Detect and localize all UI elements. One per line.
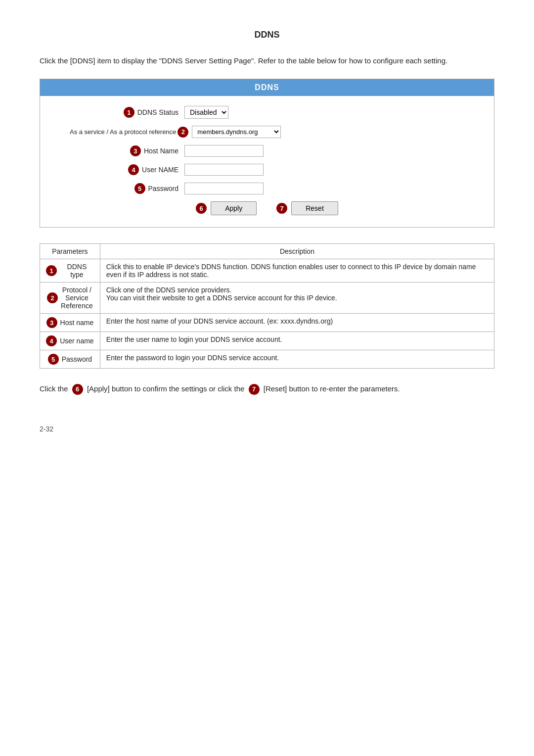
ddns-service-select-wrap: members.dyndns.org: [192, 126, 281, 138]
params-table: Parameters Description 1DDNS typeClick t…: [40, 243, 494, 369]
ddns-password-label-wrap: 5 Password: [70, 183, 178, 194]
table-desc-cell: Enter the host name of your DDNS service…: [100, 314, 494, 332]
page-title: DDNS: [40, 30, 494, 40]
table-desc-cell: Enter the password to login your DDNS se…: [100, 350, 494, 369]
col-desc-header: Description: [100, 244, 494, 259]
ddns-hostname-label-wrap: 3 Host Name: [70, 145, 178, 156]
footer-text: Click the 6 [Apply] button to confirm th…: [40, 382, 494, 395]
badge-6: 6: [196, 203, 207, 214]
table-badge: 4: [46, 335, 57, 346]
ddns-status-label-wrap: 1 DDNS Status: [70, 107, 178, 118]
ddns-panel-body: 1 DDNS Status Disabled Enabled As a serv…: [40, 96, 494, 227]
ddns-status-select[interactable]: Disabled Enabled: [184, 106, 228, 119]
param-name-wrap: 3Host name: [46, 317, 94, 328]
ddns-service-label: As a service / As a protocol reference: [70, 128, 176, 136]
reset-btn-wrap: 7 Reset: [276, 201, 338, 215]
ddns-hostname-input[interactable]: [184, 145, 264, 157]
param-name-wrap: 4User name: [46, 335, 94, 346]
ddns-username-input[interactable]: [184, 164, 264, 176]
table-desc-cell: Click one of the DDNS service providers.…: [100, 283, 494, 314]
ddns-username-label: User NAME: [142, 166, 178, 174]
table-badge: 2: [47, 292, 58, 303]
ddns-password-row: 5 Password: [70, 183, 464, 194]
ddns-panel-header: DDNS: [40, 79, 494, 96]
footer-badge-6: 6: [72, 384, 83, 395]
param-name-wrap: 1DDNS type: [46, 263, 94, 279]
badge-5: 5: [134, 183, 145, 194]
ddns-password-input[interactable]: [184, 183, 264, 194]
table-param-cell: 5Password: [40, 350, 100, 369]
badge-1: 1: [124, 107, 134, 118]
footer-reset-text: [Reset] button to re-enter the parameter…: [264, 384, 400, 393]
param-label: User name: [60, 337, 93, 345]
ddns-status-row: 1 DDNS Status Disabled Enabled: [70, 106, 464, 119]
table-param-cell: 3Host name: [40, 314, 100, 332]
ddns-panel: DDNS 1 DDNS Status Disabled Enabled As a…: [40, 79, 494, 228]
ddns-password-label: Password: [148, 185, 178, 192]
apply-btn-wrap: 6 Apply: [196, 201, 257, 215]
ddns-status-label: DDNS Status: [137, 108, 178, 116]
param-name-wrap: 5Password: [46, 354, 94, 365]
footer-before: Click the: [40, 384, 68, 393]
table-badge: 5: [48, 354, 59, 365]
badge-4: 4: [128, 164, 139, 175]
table-badge: 1: [46, 265, 57, 276]
ddns-password-control: [184, 183, 264, 194]
param-label: Password: [62, 355, 92, 363]
table-param-cell: 2Protocol / Service Reference: [40, 283, 100, 314]
intro-text: Click the [DDNS] item to display the "DD…: [40, 55, 494, 67]
table-desc-cell: Enter the user name to login your DDNS s…: [100, 332, 494, 350]
ddns-service-select[interactable]: members.dyndns.org: [192, 126, 281, 138]
ddns-username-control: [184, 164, 264, 176]
page-number: 2-32: [40, 425, 494, 433]
apply-button[interactable]: Apply: [211, 201, 257, 215]
badge-7: 7: [276, 203, 287, 214]
ddns-service-row: As a service / As a protocol reference 2…: [70, 126, 464, 138]
footer-badge-7: 7: [249, 384, 260, 395]
ddns-hostname-label: Host Name: [144, 147, 178, 155]
col-param-header: Parameters: [40, 244, 100, 259]
ddns-username-label-wrap: 4 User NAME: [70, 164, 178, 175]
param-label: Host name: [60, 319, 94, 327]
param-name-wrap: 2Protocol / Service Reference: [46, 286, 94, 310]
footer-apply-text: [Apply] button to confirm the settings o…: [87, 384, 245, 393]
ddns-status-control: Disabled Enabled: [184, 106, 228, 119]
param-label: Protocol / Service Reference: [61, 286, 93, 310]
reset-button[interactable]: Reset: [291, 201, 338, 215]
ddns-hostname-control: [184, 145, 264, 157]
badge-2: 2: [178, 127, 188, 138]
table-param-cell: 1DDNS type: [40, 259, 100, 283]
ddns-username-row: 4 User NAME: [70, 164, 464, 176]
table-badge: 3: [46, 317, 57, 328]
param-label: DDNS type: [60, 263, 94, 279]
ddns-hostname-row: 3 Host Name: [70, 145, 464, 157]
ddns-buttons-row: 6 Apply 7 Reset: [70, 201, 464, 215]
table-param-cell: 4User name: [40, 332, 100, 350]
table-desc-cell: Click this to enable IP device's DDNS fu…: [100, 259, 494, 283]
badge-3: 3: [130, 145, 141, 156]
